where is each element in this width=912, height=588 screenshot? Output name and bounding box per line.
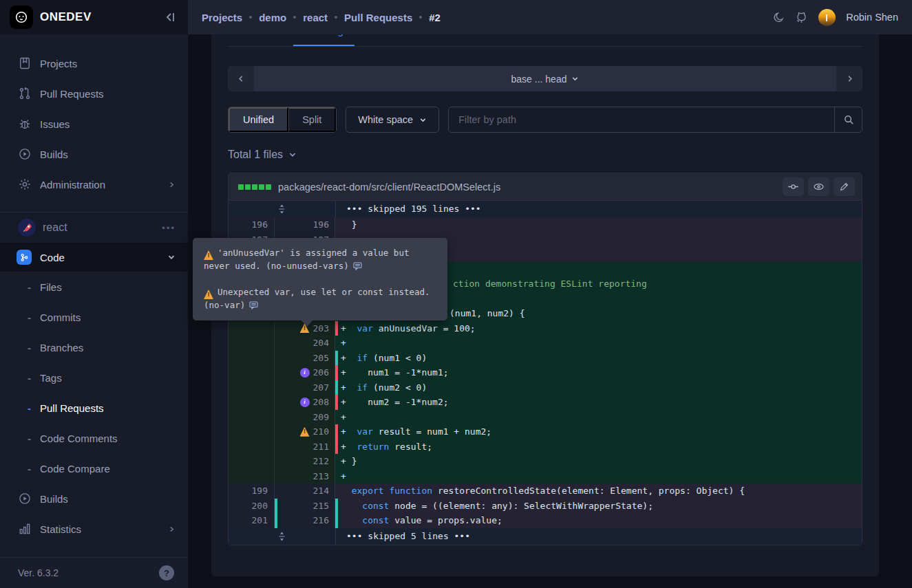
breadcrumb-demo[interactable]: demo xyxy=(259,12,286,23)
new-line-number[interactable]: 209 xyxy=(275,410,335,425)
search-icon[interactable] xyxy=(834,107,862,132)
comment-icon[interactable] xyxy=(353,262,362,270)
diff-context-row: 201216 const value = props.value; xyxy=(229,513,862,528)
old-line-number[interactable]: 196 xyxy=(229,217,275,232)
breadcrumb-projects[interactable]: Projects xyxy=(202,12,242,23)
old-line-number[interactable] xyxy=(229,424,275,439)
old-line-number[interactable] xyxy=(229,321,275,336)
skipped-lines-row: ••• skipped 5 lines ••• xyxy=(229,528,862,545)
project-more-icon[interactable]: ••• xyxy=(162,223,176,233)
commit-icon[interactable] xyxy=(783,177,804,196)
unified-button[interactable]: Unified xyxy=(229,107,288,132)
view-file-eye-icon[interactable] xyxy=(808,177,829,196)
next-commit-button[interactable] xyxy=(836,66,862,91)
path-filter-input[interactable] xyxy=(449,107,834,132)
old-line-number[interactable] xyxy=(229,365,275,380)
new-line-number[interactable]: i206 xyxy=(275,365,335,380)
topbar: ProjectsdemoreactPull Requests#2 Robin S… xyxy=(188,0,912,34)
whitespace-dropdown[interactable]: White space xyxy=(346,107,439,133)
new-line-number[interactable]: 214 xyxy=(275,483,335,499)
code-section-label: Code xyxy=(40,252,65,263)
sidebar-item-files[interactable]: -Files xyxy=(0,272,188,302)
old-line-number[interactable] xyxy=(229,336,275,351)
sidebar-item-projects[interactable]: Projects xyxy=(0,48,188,78)
sidebar-collapse-icon[interactable] xyxy=(165,11,177,23)
sidebar-item-code-comments[interactable]: -Code Comments xyxy=(0,423,188,453)
sidebar-item-pull-requests[interactable]: Pull Requests xyxy=(0,78,188,109)
file-actions xyxy=(783,177,855,196)
new-line-number[interactable]: 211 xyxy=(275,439,335,455)
tooltip-problem: !'anUnusedVar' is assigned a value but n… xyxy=(204,247,436,272)
new-line-number[interactable]: i208 xyxy=(275,395,335,410)
code-token: + } xyxy=(341,456,357,466)
breadcrumb-pull-requests[interactable]: Pull Requests xyxy=(344,12,412,23)
help-icon[interactable]: ? xyxy=(159,565,174,580)
code-line: + xyxy=(335,336,862,351)
sidebar-item-tags[interactable]: -Tags xyxy=(0,362,188,393)
old-line-number[interactable]: 201 xyxy=(229,513,275,528)
sidebar-item-branches[interactable]: -Branches xyxy=(0,332,188,362)
sidebar-project-react[interactable]: react ••• xyxy=(0,213,188,243)
sidebar-item-issues[interactable]: Issues xyxy=(0,109,188,139)
old-line-number[interactable] xyxy=(229,439,275,455)
dark-mode-moon-icon[interactable] xyxy=(773,12,785,23)
breadcrumb-react[interactable]: react xyxy=(303,12,328,23)
new-line-number[interactable]: 205 xyxy=(275,351,335,366)
split-button[interactable]: Split xyxy=(288,107,336,132)
old-line-number[interactable]: 200 xyxy=(229,499,275,514)
sidebar-section-code[interactable]: Code xyxy=(0,243,188,272)
onedev-logo-icon[interactable] xyxy=(10,6,33,29)
edit-pencil-icon[interactable] xyxy=(834,177,855,196)
new-line-number[interactable]: 204 xyxy=(275,336,335,351)
breadcrumb-separator xyxy=(335,16,337,19)
info-icon[interactable]: i xyxy=(300,398,310,407)
expand-lines-icon[interactable] xyxy=(277,204,286,214)
dash-icon: - xyxy=(28,372,33,384)
code-token xyxy=(341,486,352,496)
old-line-number[interactable] xyxy=(229,410,275,425)
expand-lines-icon[interactable] xyxy=(277,532,286,541)
code-line: + xyxy=(335,469,862,484)
sidebar-item-administration[interactable]: Administration xyxy=(0,169,188,199)
stat-square xyxy=(238,184,244,190)
comment-icon[interactable] xyxy=(249,301,258,309)
old-line-number[interactable]: 199 xyxy=(229,483,275,499)
sidebar-item-builds[interactable]: Builds xyxy=(0,483,188,514)
new-line-number[interactable]: 212 xyxy=(275,454,335,469)
new-line-number[interactable]: 215 xyxy=(275,499,335,514)
old-line-number[interactable] xyxy=(229,395,275,410)
sidebar-item-code-compare[interactable]: -Code Compare xyxy=(0,453,188,483)
sidebar-item-builds[interactable]: Builds xyxy=(0,139,188,169)
sidebar-item-commits[interactable]: -Commits xyxy=(0,302,188,332)
sidebar-item-pull-requests[interactable]: -Pull Requests xyxy=(0,393,188,423)
new-line-number[interactable]: 213 xyxy=(275,469,335,484)
warning-icon[interactable]: ! xyxy=(204,290,213,299)
old-line-number[interactable] xyxy=(229,454,275,469)
warning-icon[interactable]: ! xyxy=(300,427,310,437)
sidebar-item-label: Pull Requests xyxy=(40,88,104,100)
diff-added-row: !203+ var anUnusedVar = 100; xyxy=(229,321,862,336)
old-line-number[interactable] xyxy=(229,469,275,484)
total-files-toggle[interactable]: Total 1 files xyxy=(228,149,297,161)
code-token: (num1 < 0) xyxy=(368,353,427,363)
new-line-number[interactable]: 196 xyxy=(275,217,335,232)
info-icon[interactable]: i xyxy=(300,368,310,378)
new-line-number[interactable]: !210 xyxy=(275,424,335,439)
code-token: const xyxy=(362,501,389,511)
user-avatar[interactable] xyxy=(818,9,836,26)
prev-commit-button[interactable] xyxy=(228,66,254,91)
code-token: + xyxy=(341,471,346,481)
new-line-number[interactable]: 216 xyxy=(275,513,335,528)
revision-range-selector[interactable]: base ... head xyxy=(254,66,836,91)
sidebar-item-statistics[interactable]: Statistics xyxy=(0,514,188,544)
dash-icon: - xyxy=(28,433,33,444)
warning-icon[interactable]: ! xyxy=(204,250,213,260)
pr-icon xyxy=(18,87,32,100)
github-icon[interactable] xyxy=(795,11,808,24)
code-token: ction demonstrating ESLint reporting xyxy=(453,279,647,289)
new-line-number[interactable]: 207 xyxy=(275,380,335,395)
old-line-number[interactable] xyxy=(229,380,275,395)
old-line-number[interactable] xyxy=(229,351,275,366)
diff-added-row: 204+ xyxy=(229,336,862,351)
code-line: export function restoreControlledState(e… xyxy=(335,483,862,499)
